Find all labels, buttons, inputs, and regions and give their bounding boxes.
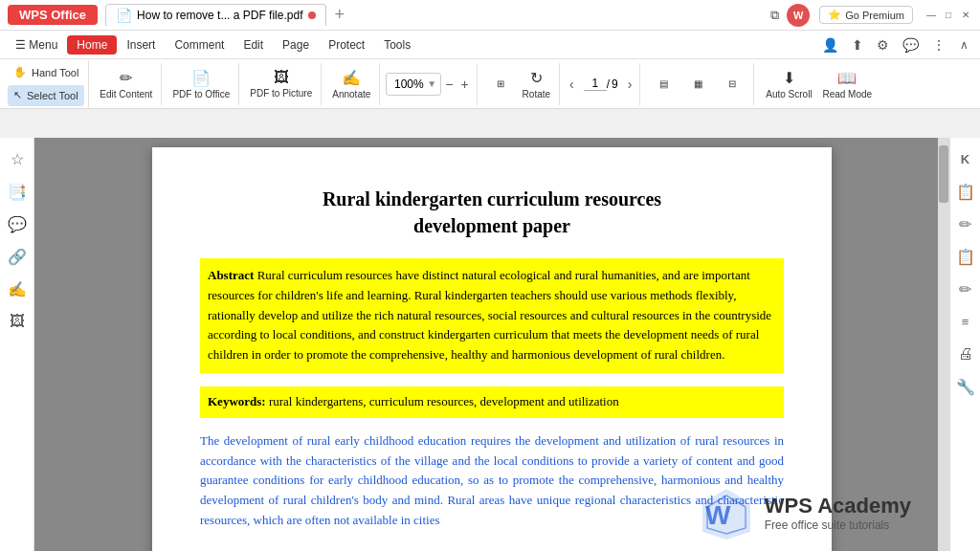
read-mode-button[interactable]: 📖 Read Mode	[817, 65, 877, 103]
avatar[interactable]: W	[787, 4, 810, 27]
edit-content-group: ✏ Edit Content	[91, 63, 162, 105]
total-pages: 9	[612, 77, 618, 91]
pdf-tab-icon: 📄	[116, 8, 132, 23]
keywords-label: Keywords:	[208, 394, 266, 408]
rotate-button[interactable]: ↻ Rotate	[518, 65, 555, 103]
fit-page-button[interactable]: ⊞	[483, 65, 518, 103]
pdf-to-office-label: PDF to Office	[172, 89, 230, 99]
select-tool-button[interactable]: ↖ Select Tool	[8, 85, 84, 106]
view3-icon: ⊟	[728, 78, 736, 89]
edit-content-label: Edit Content	[100, 89, 152, 99]
view-options-group: ▤ ▦ ⊟	[642, 63, 754, 105]
edit-content-icon: ✏	[120, 69, 132, 87]
pdf-to-office-button[interactable]: 📄 PDF to Office	[167, 65, 234, 103]
pdf-to-picture-button[interactable]: 🖼 PDF to Picture	[245, 65, 317, 103]
minimize-button[interactable]: —	[924, 9, 938, 22]
title-bar: WPS Office 📄 How to remove t... a PDF fi…	[0, 0, 980, 31]
pdf-to-picture-group: 🖼 PDF to Picture	[241, 63, 322, 105]
menu-home[interactable]: Home	[67, 35, 117, 55]
right-sidebar-k[interactable]: K	[952, 145, 979, 172]
edit-content-button[interactable]: ✏ Edit Content	[95, 65, 157, 103]
chat-button[interactable]: 💬	[898, 34, 924, 55]
view-option-3[interactable]: ⊟	[715, 65, 749, 103]
right-sidebar-copy2[interactable]: 📋	[952, 243, 979, 270]
right-sidebar: K 📋 ✏ 📋 ✏ ≡ 🖨 🔧	[949, 138, 980, 551]
sidebar-comments[interactable]: 💬	[4, 210, 31, 237]
auto-scroll-label: Auto Scroll	[766, 89, 812, 99]
menu-comment[interactable]: Comment	[165, 34, 234, 55]
pdf-to-office-icon: 📄	[191, 69, 211, 87]
sidebar-links[interactable]: 🔗	[4, 243, 31, 270]
maximize-button[interactable]: □	[942, 9, 955, 22]
right-sidebar-tool[interactable]: 🔧	[952, 373, 979, 400]
pdf-body-text: The development of rural early childhood…	[200, 431, 784, 531]
zoom-dropdown-icon[interactable]: ▼	[427, 78, 436, 89]
page-separator: /	[607, 77, 610, 91]
upload-button[interactable]: ⬆	[847, 34, 868, 55]
tab-unsaved-dot	[308, 11, 316, 19]
title-controls: ⧉ W ⭐ Go Premium — □ ✕	[767, 4, 972, 27]
menu-page[interactable]: Page	[273, 34, 319, 55]
menu-insert[interactable]: Insert	[117, 34, 165, 55]
wps-logo-svg: W	[698, 484, 755, 541]
view-option-1[interactable]: ▤	[646, 65, 680, 103]
svg-text:W: W	[705, 500, 731, 530]
current-page-input[interactable]	[584, 77, 607, 91]
right-sidebar-edit[interactable]: ✏	[952, 210, 979, 237]
abstract-text: Rural curriculum resources have distinct…	[208, 268, 771, 362]
pdf-tab[interactable]: 📄 How to remove t... a PDF file.pdf	[105, 4, 326, 26]
pdf-to-picture-label: PDF to Picture	[250, 88, 312, 99]
add-tab-button[interactable]: +	[328, 5, 350, 25]
close-button[interactable]: ✕	[959, 9, 972, 22]
premium-label: Go Premium	[845, 10, 904, 21]
more-button[interactable]: ⋮	[927, 34, 950, 55]
page-display: / 9	[578, 77, 624, 91]
pdf-keywords-block: Keywords: rural kindergartens, curriculu…	[200, 386, 784, 418]
menu-tools[interactable]: Tools	[374, 34, 420, 55]
next-page-button[interactable]: ›	[624, 75, 636, 94]
left-sidebar: ☆ 📑 💬 🔗 ✍ 🖼	[0, 138, 34, 551]
academy-subtitle: Free office suite tutorials	[765, 518, 911, 532]
zoom-in-button[interactable]: +	[457, 75, 472, 94]
menu-edit[interactable]: Edit	[234, 34, 273, 55]
prev-page-button[interactable]: ‹	[566, 75, 578, 94]
sidebar-pages[interactable]: 📑	[4, 178, 31, 205]
hand-tool-button[interactable]: ✋ Hand Tool	[8, 62, 84, 83]
pdf-title: Rural kindergarten curriculum resourcesd…	[200, 186, 784, 239]
menu-toggle[interactable]: ☰ Menu	[6, 34, 67, 55]
go-premium-button[interactable]: ⭐ Go Premium	[819, 6, 913, 24]
annotate-group: ✍ Annotate	[323, 63, 380, 105]
view1-icon: ▤	[659, 78, 668, 89]
sidebar-draw[interactable]: ✍	[4, 276, 31, 302]
share-button[interactable]: 👤	[817, 34, 843, 55]
zoom-out-button[interactable]: −	[441, 75, 457, 94]
right-sidebar-copy[interactable]: 📋	[952, 178, 979, 205]
sidebar-bookmark[interactable]: ☆	[4, 145, 31, 172]
wps-office-button[interactable]: WPS Office	[8, 5, 98, 25]
auto-scroll-button[interactable]: ⬇ Auto Scroll	[760, 65, 817, 103]
window-layout-button[interactable]: ⧉	[767, 6, 783, 25]
sidebar-media[interactable]: 🖼	[4, 308, 31, 335]
scroll-thumb[interactable]	[939, 145, 948, 203]
auto-scroll-icon: ⬇	[783, 69, 795, 87]
scrollbar[interactable]	[938, 138, 949, 551]
settings-button[interactable]: ⚙	[872, 34, 894, 55]
annotate-icon: ✍	[342, 69, 361, 87]
select-tool-label: Select Tool	[27, 90, 78, 101]
right-sidebar-print[interactable]: 🖨	[952, 341, 979, 367]
view2-icon: ▦	[694, 78, 702, 89]
view-option-2[interactable]: ▦	[680, 65, 715, 103]
menu-right-actions: 👤 ⬆ ⚙ 💬 ⋮ ∧	[817, 34, 974, 55]
pdf-to-office-group: 📄 PDF to Office	[164, 63, 239, 105]
toolbar: ✋ Hand Tool ↖ Select Tool ✏ Edit Content…	[0, 59, 980, 109]
right-sidebar-list[interactable]: ≡	[952, 308, 979, 335]
main-area: Rural kindergarten curriculum resourcesd…	[34, 138, 949, 551]
annotate-label: Annotate	[332, 89, 370, 99]
annotate-button[interactable]: ✍ Annotate	[327, 65, 375, 103]
hand-icon: ✋	[13, 66, 27, 78]
right-sidebar-edit2[interactable]: ✏	[952, 276, 979, 302]
menu-protect[interactable]: Protect	[319, 34, 374, 55]
read-mode-icon: 📖	[837, 69, 857, 87]
collapse-ribbon-button[interactable]: ∧	[954, 36, 974, 54]
zoom-input[interactable]	[390, 77, 427, 91]
